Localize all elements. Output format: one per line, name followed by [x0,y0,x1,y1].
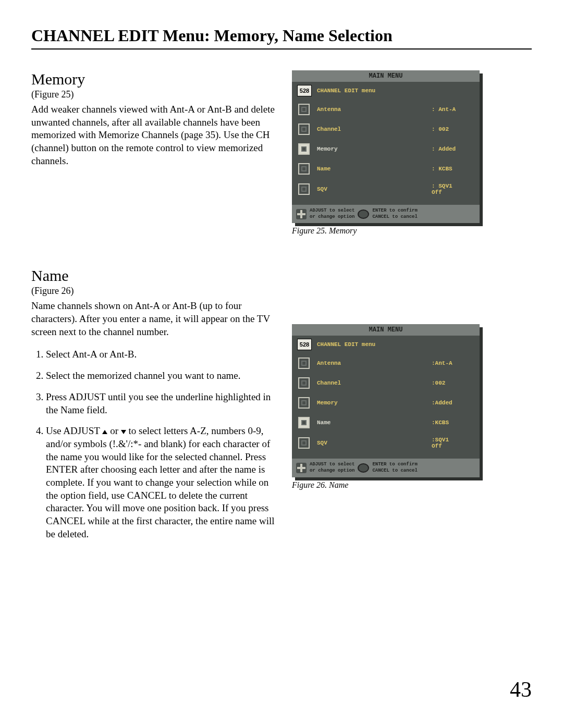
menu-value: :Added [432,400,473,406]
dpad-icon [296,209,307,219]
memory-heading: Memory [31,70,276,88]
sqv-sub: Off [432,443,473,449]
footer-left: ADJUST to select or change option [310,208,354,220]
menu-antenna[interactable]: Antenna :Ant-A [296,353,475,373]
menu-value: : 002 [432,126,473,132]
footer-left: ADJUST to select or change option [310,462,354,474]
memory-figref: (Figure 25) [31,89,276,100]
page-number: 43 [510,677,532,702]
menu-label: Name [317,166,432,172]
menu-title: CHANNEL EDIT menu [317,341,375,348]
footer-l1: ADJUST to select [310,208,354,214]
menu-sqv[interactable]: SQV : SQV1 Off [296,179,475,200]
box-icon [298,437,310,449]
channel-528-icon: 528 [297,339,312,350]
figure-26: MAIN MENU 528 CHANNEL EDIT menu Antenna … [292,267,500,550]
menu-value: :KCBS [432,419,473,426]
menu-value: :Ant-A [432,360,473,366]
figure25-caption: Figure 25. Memory [292,226,500,236]
menu-label: Memory [317,400,432,406]
name-body: Name channels shown on Ant-A or Ant-B (u… [31,300,276,338]
name-text: Name (Figure 26) Name channels shown on … [31,267,276,550]
menu-panel-memory: MAIN MENU 528 CHANNEL EDIT menu Antenna … [292,70,480,223]
s4b: or [107,425,120,436]
menu-value: :SQV1 Off [432,437,473,449]
s4a: Use ADJUST [46,425,102,436]
menu-antenna[interactable]: Antenna : Ant-A [296,100,475,119]
footer-right: ENTER to confirm CANCEL to cancel [372,208,417,220]
menu-panel-name: MAIN MENU 528 CHANNEL EDIT menu Antenna … [292,324,480,477]
dpad-icon [296,463,307,473]
footer-r1: ENTER to confirm [372,208,417,214]
box-icon [298,104,310,115]
menu-label: Name [317,419,432,426]
menu-value: : Added [432,146,473,152]
enter-button-icon [358,463,369,473]
menu-name[interactable]: Name :KCBS [296,413,475,433]
name-section: Name (Figure 26) Name channels shown on … [31,267,532,550]
step-2: Select the memorized channel you want to… [46,369,276,382]
step-1: Select Ant-A or Ant-B. [46,348,276,361]
menu-label: Memory [317,146,432,152]
footer-r1: ENTER to confirm [372,462,417,468]
footer-l2: or change option [310,214,354,220]
step-3: Press ADJUST until you see the underline… [46,391,276,416]
up-arrow-icon [102,430,107,434]
menu-value: : Ant-A [432,106,473,113]
box-icon [298,143,310,155]
memory-body: Add weaker channels viewed with Ant-A or… [31,103,276,167]
menu-memory[interactable]: Memory :Added [296,393,475,413]
memory-section: Memory (Figure 25) Add weaker channels v… [31,70,532,236]
sqv-main: : SQV1 [432,183,452,189]
menu-label: Channel [317,380,432,386]
footer-r2: CANCEL to cancel [372,214,417,220]
menu-items: Antenna :Ant-A Channel :002 Memory :Adde… [292,353,480,459]
figure-25: MAIN MENU 528 CHANNEL EDIT menu Antenna … [292,70,500,236]
box-icon [298,397,310,409]
name-steps: Select Ant-A or Ant-B. Select the memori… [31,348,276,540]
page-title: CHANNEL EDIT Menu: Memory, Name Selectio… [31,26,532,50]
menu-titlebar: 528 CHANNEL EDIT menu [292,82,480,100]
menu-footer: ADJUST to select or change option ENTER … [292,459,480,477]
menu-label: Channel [317,126,432,132]
menu-header: MAIN MENU [292,324,480,336]
menu-sqv[interactable]: SQV :SQV1 Off [296,433,475,453]
box-icon [298,357,310,369]
menu-title: CHANNEL EDIT menu [317,88,375,94]
menu-label: Antenna [317,106,432,113]
footer-l1: ADJUST to select [310,462,354,468]
menu-channel[interactable]: Channel :002 [296,373,475,393]
menu-items: Antenna : Ant-A Channel : 002 Memory : A… [292,100,480,205]
menu-value: : SQV1 Off [432,183,473,195]
menu-label: Antenna [317,360,432,366]
menu-memory[interactable]: Memory : Added [296,139,475,159]
channel-528-icon: 528 [297,85,312,96]
enter-button-icon [358,209,369,219]
memory-text: Memory (Figure 25) Add weaker channels v… [31,70,276,236]
menu-value: :002 [432,380,473,386]
menu-label: SQV [317,186,432,192]
box-icon [298,183,310,195]
menu-header: MAIN MENU [292,70,480,82]
menu-value: : KCBS [432,166,473,172]
figure26-caption: Figure 26. Name [292,480,500,490]
box-icon [298,377,310,389]
footer-r2: CANCEL to cancel [372,468,417,474]
menu-label: SQV [317,440,432,446]
menu-footer: ADJUST to select or change option ENTER … [292,205,480,223]
name-figref: (Figure 26) [31,286,276,297]
name-heading: Name [31,267,276,285]
box-icon [298,163,310,175]
step-4: Use ADJUST or to select letters A-Z, num… [46,425,276,540]
down-arrow-icon [121,430,126,434]
menu-channel[interactable]: Channel : 002 [296,119,475,139]
footer-right: ENTER to confirm CANCEL to cancel [372,462,417,474]
page: CHANNEL EDIT Menu: Memory, Name Selectio… [0,0,563,728]
menu-name[interactable]: Name : KCBS [296,159,475,179]
box-icon [298,124,310,135]
s4c: to select letters A-Z, numbers 0-9, and/… [46,425,275,539]
sqv-main: :SQV1 [432,437,449,443]
box-icon [298,417,310,428]
menu-titlebar: 528 CHANNEL EDIT menu [292,336,480,353]
sqv-sub: Off [432,189,473,195]
